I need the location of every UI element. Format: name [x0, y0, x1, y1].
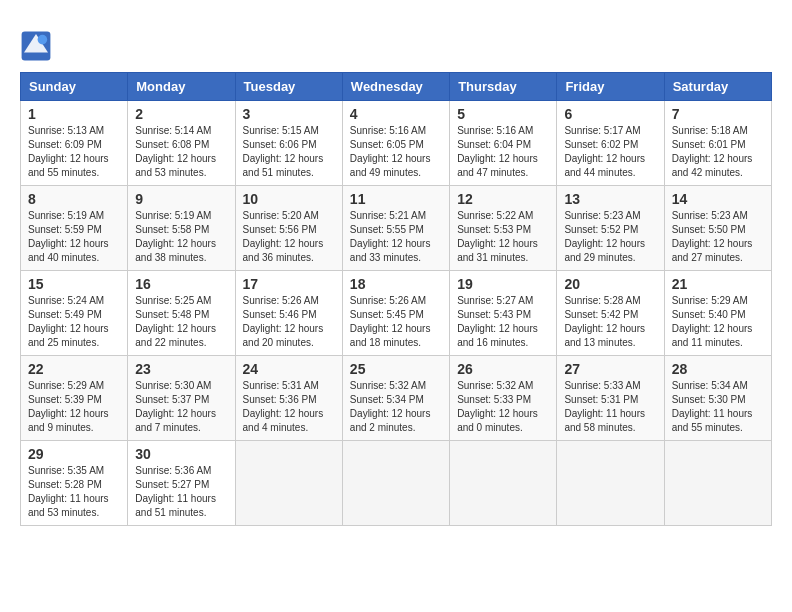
logo [20, 30, 56, 62]
day-info: Sunrise: 5:18 AM Sunset: 6:01 PM Dayligh… [672, 124, 764, 180]
calendar-cell: 10Sunrise: 5:20 AM Sunset: 5:56 PM Dayli… [235, 186, 342, 271]
day-info: Sunrise: 5:29 AM Sunset: 5:39 PM Dayligh… [28, 379, 120, 435]
day-number: 10 [243, 191, 335, 207]
day-info: Sunrise: 5:23 AM Sunset: 5:52 PM Dayligh… [564, 209, 656, 265]
day-info: Sunrise: 5:17 AM Sunset: 6:02 PM Dayligh… [564, 124, 656, 180]
calendar-cell: 24Sunrise: 5:31 AM Sunset: 5:36 PM Dayli… [235, 356, 342, 441]
calendar-table: SundayMondayTuesdayWednesdayThursdayFrid… [20, 72, 772, 526]
day-number: 13 [564, 191, 656, 207]
weekday-header-friday: Friday [557, 73, 664, 101]
day-info: Sunrise: 5:36 AM Sunset: 5:27 PM Dayligh… [135, 464, 227, 520]
day-number: 27 [564, 361, 656, 377]
calendar-cell: 28Sunrise: 5:34 AM Sunset: 5:30 PM Dayli… [664, 356, 771, 441]
calendar-week-2: 15Sunrise: 5:24 AM Sunset: 5:49 PM Dayli… [21, 271, 772, 356]
calendar-cell [557, 441, 664, 526]
day-number: 15 [28, 276, 120, 292]
calendar-cell: 4Sunrise: 5:16 AM Sunset: 6:05 PM Daylig… [342, 101, 449, 186]
calendar-cell: 20Sunrise: 5:28 AM Sunset: 5:42 PM Dayli… [557, 271, 664, 356]
page-header [20, 20, 772, 62]
day-info: Sunrise: 5:31 AM Sunset: 5:36 PM Dayligh… [243, 379, 335, 435]
calendar-cell: 27Sunrise: 5:33 AM Sunset: 5:31 PM Dayli… [557, 356, 664, 441]
day-number: 16 [135, 276, 227, 292]
calendar-cell: 30Sunrise: 5:36 AM Sunset: 5:27 PM Dayli… [128, 441, 235, 526]
day-number: 8 [28, 191, 120, 207]
day-info: Sunrise: 5:20 AM Sunset: 5:56 PM Dayligh… [243, 209, 335, 265]
day-info: Sunrise: 5:14 AM Sunset: 6:08 PM Dayligh… [135, 124, 227, 180]
calendar-cell: 17Sunrise: 5:26 AM Sunset: 5:46 PM Dayli… [235, 271, 342, 356]
day-info: Sunrise: 5:19 AM Sunset: 5:58 PM Dayligh… [135, 209, 227, 265]
calendar-cell: 1Sunrise: 5:13 AM Sunset: 6:09 PM Daylig… [21, 101, 128, 186]
calendar-cell: 23Sunrise: 5:30 AM Sunset: 5:37 PM Dayli… [128, 356, 235, 441]
calendar-cell: 6Sunrise: 5:17 AM Sunset: 6:02 PM Daylig… [557, 101, 664, 186]
calendar-cell: 15Sunrise: 5:24 AM Sunset: 5:49 PM Dayli… [21, 271, 128, 356]
day-info: Sunrise: 5:21 AM Sunset: 5:55 PM Dayligh… [350, 209, 442, 265]
calendar-cell: 3Sunrise: 5:15 AM Sunset: 6:06 PM Daylig… [235, 101, 342, 186]
calendar-cell: 19Sunrise: 5:27 AM Sunset: 5:43 PM Dayli… [450, 271, 557, 356]
day-number: 17 [243, 276, 335, 292]
day-info: Sunrise: 5:16 AM Sunset: 6:05 PM Dayligh… [350, 124, 442, 180]
day-number: 30 [135, 446, 227, 462]
day-number: 11 [350, 191, 442, 207]
day-info: Sunrise: 5:29 AM Sunset: 5:40 PM Dayligh… [672, 294, 764, 350]
day-info: Sunrise: 5:19 AM Sunset: 5:59 PM Dayligh… [28, 209, 120, 265]
day-number: 28 [672, 361, 764, 377]
weekday-header-tuesday: Tuesday [235, 73, 342, 101]
calendar-cell: 26Sunrise: 5:32 AM Sunset: 5:33 PM Dayli… [450, 356, 557, 441]
calendar-cell [664, 441, 771, 526]
day-info: Sunrise: 5:32 AM Sunset: 5:33 PM Dayligh… [457, 379, 549, 435]
weekday-header-thursday: Thursday [450, 73, 557, 101]
day-number: 29 [28, 446, 120, 462]
day-number: 3 [243, 106, 335, 122]
day-info: Sunrise: 5:15 AM Sunset: 6:06 PM Dayligh… [243, 124, 335, 180]
day-number: 24 [243, 361, 335, 377]
day-info: Sunrise: 5:26 AM Sunset: 5:45 PM Dayligh… [350, 294, 442, 350]
weekday-header-monday: Monday [128, 73, 235, 101]
calendar-week-0: 1Sunrise: 5:13 AM Sunset: 6:09 PM Daylig… [21, 101, 772, 186]
weekday-header-wednesday: Wednesday [342, 73, 449, 101]
day-info: Sunrise: 5:28 AM Sunset: 5:42 PM Dayligh… [564, 294, 656, 350]
day-info: Sunrise: 5:23 AM Sunset: 5:50 PM Dayligh… [672, 209, 764, 265]
day-number: 7 [672, 106, 764, 122]
logo-icon [20, 30, 52, 62]
day-info: Sunrise: 5:33 AM Sunset: 5:31 PM Dayligh… [564, 379, 656, 435]
calendar-cell: 21Sunrise: 5:29 AM Sunset: 5:40 PM Dayli… [664, 271, 771, 356]
day-number: 14 [672, 191, 764, 207]
calendar-cell: 22Sunrise: 5:29 AM Sunset: 5:39 PM Dayli… [21, 356, 128, 441]
calendar-week-1: 8Sunrise: 5:19 AM Sunset: 5:59 PM Daylig… [21, 186, 772, 271]
calendar-cell: 13Sunrise: 5:23 AM Sunset: 5:52 PM Dayli… [557, 186, 664, 271]
day-number: 25 [350, 361, 442, 377]
day-info: Sunrise: 5:27 AM Sunset: 5:43 PM Dayligh… [457, 294, 549, 350]
weekday-header-sunday: Sunday [21, 73, 128, 101]
day-number: 5 [457, 106, 549, 122]
day-info: Sunrise: 5:13 AM Sunset: 6:09 PM Dayligh… [28, 124, 120, 180]
day-number: 26 [457, 361, 549, 377]
calendar-cell [235, 441, 342, 526]
calendar-cell: 29Sunrise: 5:35 AM Sunset: 5:28 PM Dayli… [21, 441, 128, 526]
day-info: Sunrise: 5:32 AM Sunset: 5:34 PM Dayligh… [350, 379, 442, 435]
calendar-cell [342, 441, 449, 526]
day-info: Sunrise: 5:24 AM Sunset: 5:49 PM Dayligh… [28, 294, 120, 350]
day-number: 22 [28, 361, 120, 377]
calendar-cell: 12Sunrise: 5:22 AM Sunset: 5:53 PM Dayli… [450, 186, 557, 271]
day-number: 12 [457, 191, 549, 207]
day-number: 2 [135, 106, 227, 122]
day-info: Sunrise: 5:25 AM Sunset: 5:48 PM Dayligh… [135, 294, 227, 350]
svg-point-2 [38, 35, 48, 45]
day-info: Sunrise: 5:34 AM Sunset: 5:30 PM Dayligh… [672, 379, 764, 435]
calendar-cell: 8Sunrise: 5:19 AM Sunset: 5:59 PM Daylig… [21, 186, 128, 271]
weekday-header-saturday: Saturday [664, 73, 771, 101]
day-number: 9 [135, 191, 227, 207]
calendar-cell: 14Sunrise: 5:23 AM Sunset: 5:50 PM Dayli… [664, 186, 771, 271]
day-number: 4 [350, 106, 442, 122]
day-number: 21 [672, 276, 764, 292]
calendar-week-3: 22Sunrise: 5:29 AM Sunset: 5:39 PM Dayli… [21, 356, 772, 441]
day-number: 1 [28, 106, 120, 122]
calendar-cell: 2Sunrise: 5:14 AM Sunset: 6:08 PM Daylig… [128, 101, 235, 186]
day-number: 19 [457, 276, 549, 292]
day-info: Sunrise: 5:22 AM Sunset: 5:53 PM Dayligh… [457, 209, 549, 265]
calendar-cell [450, 441, 557, 526]
day-number: 6 [564, 106, 656, 122]
day-info: Sunrise: 5:35 AM Sunset: 5:28 PM Dayligh… [28, 464, 120, 520]
calendar-cell: 9Sunrise: 5:19 AM Sunset: 5:58 PM Daylig… [128, 186, 235, 271]
calendar-cell: 7Sunrise: 5:18 AM Sunset: 6:01 PM Daylig… [664, 101, 771, 186]
